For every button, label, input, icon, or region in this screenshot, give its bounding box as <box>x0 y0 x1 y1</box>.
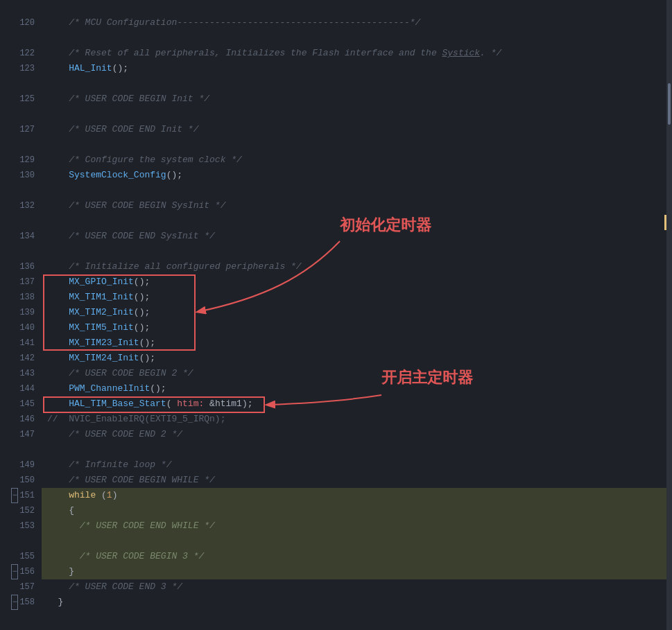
code-line-127: /* USER CODE END Init */ <box>42 122 666 137</box>
code-line-121 <box>42 30 666 46</box>
code-line-138: MX_TIM1_Init(); <box>42 290 666 305</box>
code-line-151: while (1) <box>42 488 666 503</box>
code-line-143: /* USER CODE BEGIN 2 */ <box>42 366 666 381</box>
code-line-128 <box>42 137 666 152</box>
code-line-152: { <box>42 503 666 518</box>
code-line-123: HAL_Init(); <box>42 61 666 76</box>
code-line-129: /* Configure the system clock */ <box>42 152 666 168</box>
code-line-132: /* USER CODE BEGIN SysInit */ <box>42 198 666 213</box>
line-numbers: 120 122 123 125 127 129 130 132 134 136 … <box>0 0 42 630</box>
comment-text: /* Reset of all peripherals, Initializes… <box>47 48 501 58</box>
code-line-130: SystemClock_Config(); <box>42 168 666 183</box>
scrollbar-thumb[interactable] <box>668 83 671 125</box>
fold-icon-151[interactable]: − <box>11 488 18 503</box>
code-line-126 <box>42 107 666 122</box>
code-line-155: /* USER CODE BEGIN 3 */ <box>42 549 666 564</box>
code-line-117 <box>42 0 666 15</box>
code-line-150: /* USER CODE BEGIN WHILE */ <box>42 473 666 488</box>
code-line-145: HAL_TIM_Base_Start( htim: &htim1); <box>42 396 666 412</box>
code-line-153: /* USER CODE END WHILE */ <box>42 518 666 534</box>
code-line-142: MX_TIM24_Init(); <box>42 351 666 366</box>
code-editor: 120 122 123 125 127 129 130 132 134 136 … <box>0 0 672 630</box>
code-line-157: /* USER CODE END 3 */ <box>42 579 666 595</box>
code-line-141: MX_TIM23_Init(); <box>42 335 666 351</box>
code-line-154 <box>42 534 666 549</box>
code-line-147: /* USER CODE END 2 */ <box>42 427 666 442</box>
yellow-scroll-indicator <box>664 215 666 230</box>
code-line-158: } <box>42 595 666 610</box>
code-line-149: /* Infinite loop */ <box>42 457 666 473</box>
code-line-136: /* Initialize all configured peripherals… <box>42 259 666 274</box>
code-line-120: /* MCU Configuration--------------------… <box>42 15 666 30</box>
code-line-122: /* Reset of all peripherals, Initializes… <box>42 46 666 61</box>
code-line-134: /* USER CODE END SysInit */ <box>42 229 666 244</box>
code-line-131 <box>42 183 666 198</box>
code-line-148 <box>42 442 666 457</box>
code-line-140: MX_TIM5_Init(); <box>42 320 666 335</box>
code-line-156: } <box>42 564 666 579</box>
code-content: /* MCU Configuration--------------------… <box>42 0 666 630</box>
comment-text: /* MCU Configuration--------------------… <box>47 17 420 28</box>
code-line-144: PWM_ChannelInit(); <box>42 381 666 396</box>
code-line-135 <box>42 244 666 259</box>
code-line-125: /* USER CODE BEGIN Init */ <box>42 91 666 107</box>
code-line-124 <box>42 76 666 91</box>
code-line-146: // NVIC_EnableIRQ(EXTI9_5_IRQn); <box>42 412 666 427</box>
code-line-133 <box>42 213 666 229</box>
fold-icon-156[interactable]: − <box>11 564 18 579</box>
scrollbar[interactable] <box>666 0 672 630</box>
code-line-137: MX_GPIO_Init(); <box>42 274 666 290</box>
code-line-139: MX_TIM2_Init(); <box>42 305 666 320</box>
fold-icon-158[interactable]: − <box>11 595 18 610</box>
